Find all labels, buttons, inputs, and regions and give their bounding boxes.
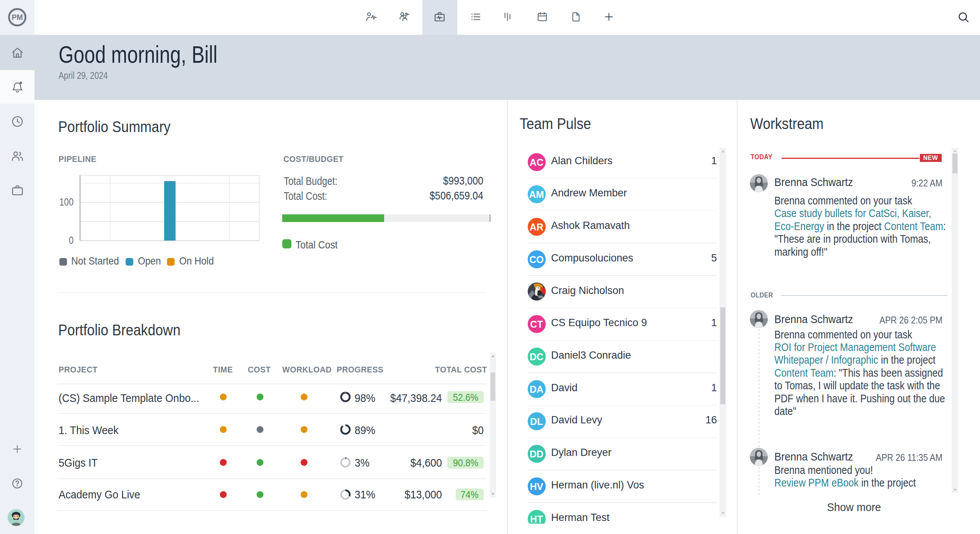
svg-text:PM: PM [11,13,23,21]
